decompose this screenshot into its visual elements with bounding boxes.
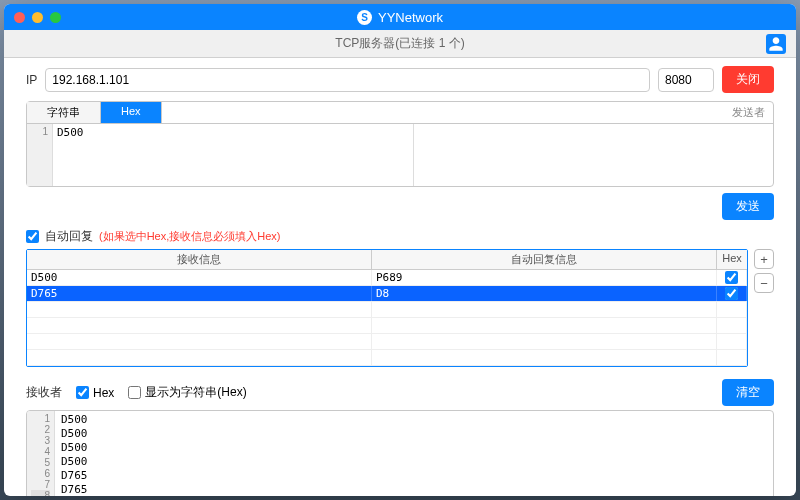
ip-input[interactable] <box>45 68 650 92</box>
cell-recv[interactable] <box>27 334 372 349</box>
cell-hex[interactable] <box>717 286 747 301</box>
receiver-section: 接收者 Hex 显示为字符串(Hex) 清空 12345678 D500D500… <box>26 375 774 496</box>
cell-reply[interactable] <box>372 302 717 317</box>
log-line[interactable]: D500 <box>61 441 767 455</box>
log-line[interactable]: D500 <box>61 413 767 427</box>
cell-reply[interactable] <box>372 318 717 333</box>
auto-reply-table: 接收信息 自动回复信息 Hex D500P689D765D8 <box>26 249 748 367</box>
cell-recv[interactable]: D765 <box>27 286 372 301</box>
traffic-lights <box>4 12 61 23</box>
table-row[interactable] <box>27 334 747 350</box>
tab-string[interactable]: 字符串 <box>27 102 101 123</box>
receive-log[interactable]: 12345678 D500D500D500D500D765D765D765D76… <box>26 410 774 496</box>
user-avatar-icon[interactable] <box>766 34 786 54</box>
cell-hex[interactable] <box>717 334 747 349</box>
add-row-button[interactable]: + <box>754 249 774 269</box>
cell-recv[interactable] <box>27 318 372 333</box>
cell-recv[interactable]: D500 <box>27 270 372 285</box>
app-logo-icon: S <box>357 10 372 25</box>
col-reply: 自动回复信息 <box>372 250 717 269</box>
sender-label: 发送者 <box>162 102 773 123</box>
cell-hex[interactable] <box>717 302 747 317</box>
cell-hex[interactable] <box>717 318 747 333</box>
cell-hex[interactable] <box>717 270 747 285</box>
send-tabs: 字符串 Hex 发送者 <box>27 102 773 124</box>
connection-status: TCP服务器(已连接 1 个) <box>335 35 464 52</box>
table-row[interactable] <box>27 302 747 318</box>
clear-button[interactable]: 清空 <box>722 379 774 406</box>
recv-hex-checkbox[interactable] <box>76 386 89 399</box>
table-row[interactable]: D500P689 <box>27 270 747 286</box>
table-row[interactable] <box>27 318 747 334</box>
titlebar: S YYNetwork <box>4 4 796 30</box>
port-input[interactable] <box>658 68 714 92</box>
connection-row: IP 关闭 <box>26 66 774 93</box>
recv-hex-label: Hex <box>93 386 114 400</box>
ip-label: IP <box>26 73 37 87</box>
line-number: 1 <box>27 124 53 186</box>
row-hex-checkbox[interactable] <box>725 287 738 300</box>
minimize-icon[interactable] <box>32 12 43 23</box>
row-hex-checkbox[interactable] <box>725 271 738 284</box>
tab-hex[interactable]: Hex <box>101 102 162 123</box>
col-hex: Hex <box>717 250 747 269</box>
send-editor[interactable]: 1 D500 <box>27 124 773 186</box>
show-string-label: 显示为字符串(Hex) <box>145 384 246 401</box>
show-string-checkbox[interactable] <box>128 386 141 399</box>
send-section: 字符串 Hex 发送者 1 D500 发送 <box>26 101 774 220</box>
app-title: YYNetwork <box>378 10 443 25</box>
app-window: S YYNetwork TCP服务器(已连接 1 个) IP 关闭 字符串 He… <box>4 4 796 496</box>
auto-reply-checkbox[interactable] <box>26 230 39 243</box>
zoom-icon[interactable] <box>50 12 61 23</box>
send-button[interactable]: 发送 <box>722 193 774 220</box>
send-data-cell[interactable]: D500 <box>53 124 414 186</box>
table-row[interactable]: D765D8 <box>27 286 747 302</box>
log-line[interactable]: D765 <box>61 469 767 483</box>
close-connection-button[interactable]: 关闭 <box>722 66 774 93</box>
table-row[interactable] <box>27 350 747 366</box>
cell-reply[interactable] <box>372 334 717 349</box>
cell-reply[interactable] <box>372 350 717 365</box>
auto-reply-section: 自动回复 (如果选中Hex,接收信息必须填入Hex) 接收信息 自动回复信息 H… <box>26 228 774 367</box>
remove-row-button[interactable]: − <box>754 273 774 293</box>
subtitle-bar: TCP服务器(已连接 1 个) <box>4 30 796 58</box>
cell-hex[interactable] <box>717 350 747 365</box>
log-line[interactable]: D500 <box>61 427 767 441</box>
receiver-title: 接收者 <box>26 384 62 401</box>
auto-reply-label: 自动回复 <box>45 228 93 245</box>
cell-reply[interactable]: P689 <box>372 270 717 285</box>
auto-reply-warning: (如果选中Hex,接收信息必须填入Hex) <box>99 229 281 244</box>
cell-reply[interactable]: D8 <box>372 286 717 301</box>
log-line[interactable]: D765 <box>61 483 767 496</box>
send-data-cell-2[interactable] <box>414 124 774 186</box>
log-line[interactable]: D500 <box>61 455 767 469</box>
close-icon[interactable] <box>14 12 25 23</box>
cell-recv[interactable] <box>27 302 372 317</box>
col-recv: 接收信息 <box>27 250 372 269</box>
cell-recv[interactable] <box>27 350 372 365</box>
